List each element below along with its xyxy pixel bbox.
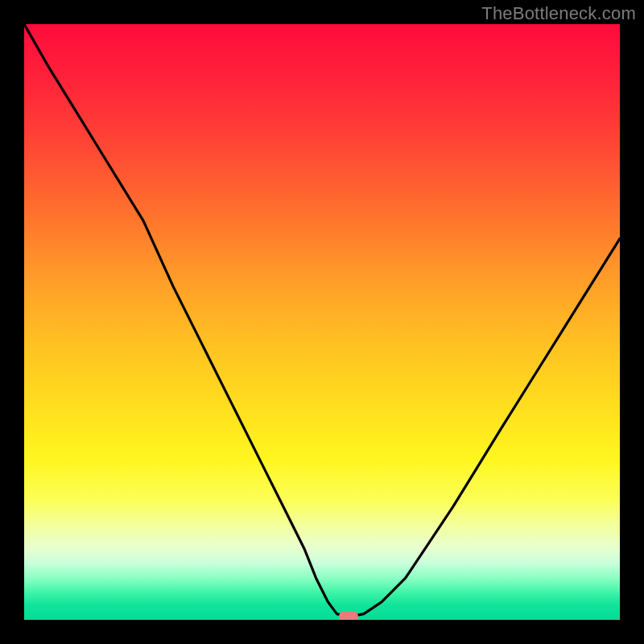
watermark-text: TheBottleneck.com bbox=[481, 3, 636, 24]
chart-frame: TheBottleneck.com bbox=[0, 0, 644, 644]
bottleneck-curve bbox=[24, 24, 620, 620]
optimal-point-marker bbox=[339, 611, 358, 620]
plot-area bbox=[24, 24, 620, 620]
